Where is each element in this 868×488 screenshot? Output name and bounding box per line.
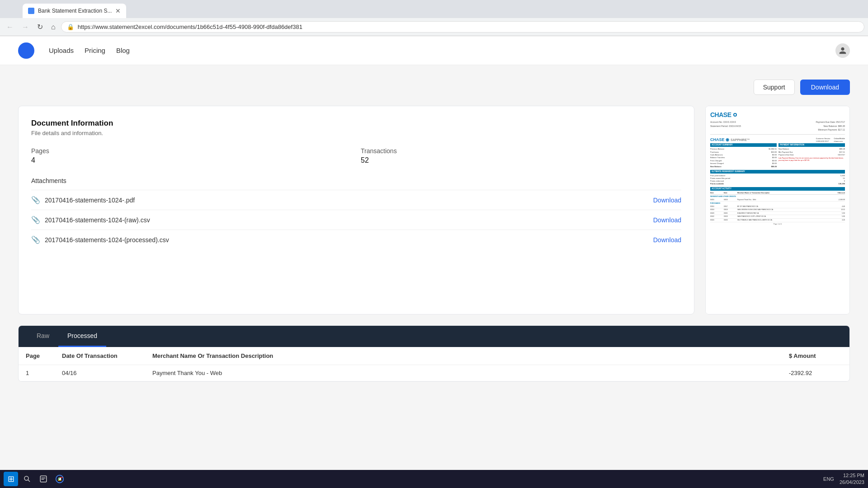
address-bar[interactable]: 🔒 https://www.statement2excel.com/docume…	[61, 21, 864, 33]
payment-info-header: PAYMENT INFORMATION	[778, 143, 845, 147]
paperclip-icon-1: 📎	[31, 196, 40, 204]
back-button[interactable]: ←	[4, 21, 16, 33]
statement-info-cols: Customer Service1-800-432-3117 Online/Mo…	[816, 137, 845, 142]
document-preview: CHASE Account No: XXXX-XXXX Payment Due …	[706, 106, 849, 314]
browser-chrome: Bank Statement Extraction S... ✕ ← → ↻ ⌂…	[0, 0, 868, 36]
account-summary-rows: Previous Balance$1,994.51 Purchases$50.8…	[710, 148, 777, 168]
activity-row-2: 03/1803/19 SAN GREENS SUSHI 2982 SAN FRA…	[710, 208, 845, 212]
card-subtitle: File details and information.	[31, 130, 681, 136]
activity-row-1: 03/1603/17 BF OF SAN FRANCISCO CA 4.46	[710, 205, 845, 209]
user-avatar[interactable]	[835, 43, 850, 58]
tab-processed[interactable]: Processed	[58, 326, 106, 347]
support-button[interactable]: Support	[754, 80, 795, 95]
account-summary-grid: ACCOUNT SUMMARY Previous Balance$1,994.5…	[710, 143, 845, 168]
cell-amount: -2392.92	[782, 365, 849, 381]
nav-links: Uploads Pricing Blog	[49, 47, 130, 54]
account-activity-header: ACCOUNT ACTIVITY	[710, 187, 845, 191]
url-text: https://www.statement2excel.com/document…	[78, 23, 859, 30]
attachment-name-1: 20170416-statements-1024-.pdf	[45, 197, 649, 204]
page-indicator: Page 1 of 4	[710, 223, 845, 225]
ultimate-rewards-section: ULTIMATE REWARDS® SUMMARY Prior point ba…	[710, 170, 845, 185]
ssl-lock-icon: 🔒	[67, 23, 74, 30]
transactions-label: Transactions	[361, 147, 681, 155]
cell-description: Payment Thank You - Web	[145, 365, 782, 381]
col-page: Page	[19, 347, 55, 365]
content-grid: Document Information File details and in…	[18, 106, 850, 314]
transactions-section: Raw Processed Page Date Of Transaction M…	[18, 325, 850, 382]
tab-title: Bank Statement Extraction S...	[38, 8, 112, 14]
attachments-section: Attachments 📎 20170416-statements-1024-.…	[31, 177, 681, 249]
late-warning: Late Payment Warning: If we do not recei…	[778, 157, 845, 161]
home-button[interactable]: ⌂	[48, 21, 58, 33]
attachments-title: Attachments	[31, 177, 681, 184]
attachment-download-2[interactable]: Download	[653, 216, 681, 224]
col-date: Date Of Transaction	[55, 347, 145, 365]
nav-uploads[interactable]: Uploads	[49, 47, 74, 54]
tab-favicon	[28, 8, 34, 14]
top-actions: Support Download	[18, 80, 850, 95]
tab-bar: Bank Statement Extraction S... ✕	[0, 0, 868, 18]
browser-tab[interactable]: Bank Statement Extraction S... ✕	[23, 4, 126, 18]
chase-logo-circle	[733, 113, 737, 117]
table-header: Page Date Of Transaction Merchant Name O…	[19, 347, 849, 365]
browser-window: Bank Statement Extraction S... ✕ ← → ↻ ⌂…	[0, 0, 868, 470]
activity-row-4: 03/2203/23 SAN FRANCISCO COPY+PRINT 03 C…	[710, 215, 845, 219]
tab-close-button[interactable]: ✕	[115, 7, 121, 14]
activity-row-5: 03/2403/25 SEZ TRAVELS SAN FRANCISCO+SMI…	[710, 219, 845, 222]
payment-info-rows: New Balance$88.28 Min Payment Due$17.11 …	[778, 148, 845, 156]
account-summary-header: ACCOUNT SUMMARY	[710, 143, 777, 147]
pages-info: Pages 4	[31, 147, 352, 164]
col-amount: $ Amount	[782, 347, 849, 365]
purchases-header: PURCHASES	[710, 202, 845, 205]
attachment-download-1[interactable]: Download	[653, 197, 681, 204]
payments-credits-header: PAYMENTS AND OTHER CREDITS	[710, 196, 845, 198]
app-wrapper: Uploads Pricing Blog Support Download	[0, 36, 868, 470]
sapphire-text: SAPPHIRE™	[731, 138, 750, 142]
chase-logo: CHASE	[710, 111, 731, 119]
document-info-card: Document Information File details and in…	[18, 106, 694, 314]
account-activity-section: ACCOUNT ACTIVITY Date Date Merchant Name…	[710, 187, 845, 225]
nav-pricing[interactable]: Pricing	[85, 47, 105, 54]
transactions-value: 52	[361, 156, 681, 164]
paperclip-icon-2: 📎	[31, 216, 40, 224]
attachment-name-2: 20170416-statements-1024-(raw).csv	[45, 216, 649, 224]
attachment-name-3: 20170416-statements-1024-(processed).csv	[45, 236, 649, 244]
tab-raw[interactable]: Raw	[28, 326, 58, 347]
attachment-item-1: 📎 20170416-statements-1024-.pdf Download	[31, 190, 681, 210]
app-logo[interactable]	[18, 42, 34, 59]
activity-row-0: 04/1604/16 Payment Thank You - Web -2,34…	[710, 198, 845, 202]
info-grid: Pages 4 Transactions 52	[31, 147, 681, 164]
ultimate-rewards-header: ULTIMATE REWARDS® SUMMARY	[710, 170, 845, 174]
rewards-rows: Prior point balance5,342 Points earned t…	[710, 174, 845, 185]
nav-blog[interactable]: Blog	[116, 47, 130, 54]
table-row: 1 04/16 Payment Thank You - Web -2392.92	[19, 365, 849, 381]
download-main-button[interactable]: Download	[800, 80, 850, 95]
pages-label: Pages	[31, 147, 352, 155]
cell-page: 1	[19, 365, 55, 381]
col-description: Merchant Name Or Transaction Description	[145, 347, 782, 365]
cell-date: 04/16	[55, 365, 145, 381]
chase-sapphire-logo: CHASE ◉	[710, 137, 729, 143]
attachment-item-3: 📎 20170416-statements-1024-(processed).c…	[31, 230, 681, 249]
main-content: Support Download Document Information Fi…	[0, 65, 868, 470]
attachment-download-3[interactable]: Download	[653, 236, 681, 244]
statement-header-info: Account No: XXXX-XXXX Payment Due Date: …	[710, 121, 845, 131]
tabs-bar: Raw Processed	[19, 326, 849, 347]
activity-table-header: Date Date Merchant Name or Transaction D…	[710, 192, 845, 195]
forward-button[interactable]: →	[19, 21, 32, 33]
navbar: Uploads Pricing Blog	[0, 36, 868, 65]
attachment-item-2: 📎 20170416-statements-1024-(raw).csv Dow…	[31, 210, 681, 230]
browser-toolbar: ← → ↻ ⌂ 🔒 https://www.statement2excel.co…	[0, 18, 868, 36]
preview-page2: CHASE ◉ SAPPHIRE™ Customer Service1-800-…	[710, 137, 845, 168]
paperclip-icon-3: 📎	[31, 235, 40, 244]
transactions-info: Transactions 52	[361, 147, 681, 164]
card-title: Document Information	[31, 119, 681, 128]
activity-row-3: 03/2003/21 EVA DIRECT BERLIN PAY CA 5.93	[710, 212, 845, 216]
pages-value: 4	[31, 156, 352, 164]
reload-button[interactable]: ↻	[34, 21, 46, 33]
document-preview-card: CHASE Account No: XXXX-XXXX Payment Due …	[705, 106, 850, 314]
